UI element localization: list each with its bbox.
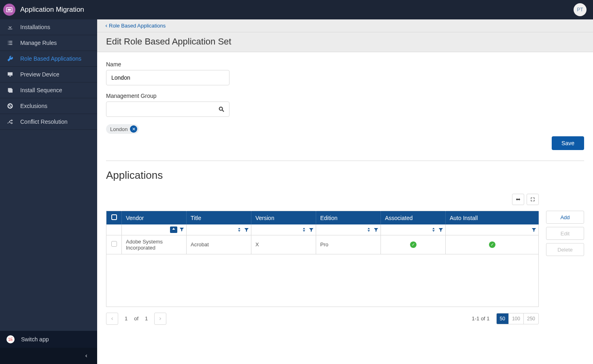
page-size-selector: 50 100 250 [496, 313, 539, 324]
column-vendor[interactable]: Vendor [122, 211, 187, 225]
table-toolbar [106, 194, 539, 205]
cell-title: Acrobat [187, 235, 251, 254]
fit-width-button[interactable] [512, 194, 524, 205]
table-filter-row [106, 224, 539, 235]
user-avatar[interactable]: PT [574, 3, 587, 16]
column-checkbox[interactable] [106, 211, 122, 225]
filter-edition[interactable] [316, 224, 381, 235]
pager: 1 of 1 1-1 of 1 50 100 250 [106, 313, 539, 325]
chip-row: London ✕ [106, 124, 584, 134]
filter-icon[interactable] [179, 226, 185, 233]
sidebar-item-label: Installations [20, 24, 50, 30]
filter-icon[interactable] [531, 227, 537, 233]
pager-prev[interactable] [106, 313, 118, 325]
filter-vendor[interactable] [122, 224, 187, 235]
cell-associated: ✓ [381, 235, 446, 254]
pager-summary: 1-1 of 1 [472, 315, 489, 322]
sidebar-item-label: Role Based Applications [20, 55, 81, 62]
wrench-icon [6, 55, 14, 62]
sidebar-item-label: Conflict Resolution [20, 119, 68, 125]
switch-app-label: Switch app [21, 336, 49, 343]
sort-asc-icon[interactable] [170, 226, 177, 233]
column-associated[interactable]: Associated [381, 211, 446, 225]
sidebar-item-manage-rules[interactable]: Manage Rules [0, 35, 97, 51]
sidebar-item-role-based-applications[interactable]: Role Based Applications [0, 51, 97, 67]
app-title: Application Migration [20, 6, 84, 14]
column-auto-install[interactable]: Auto Install [446, 211, 539, 225]
chevron-left-icon [84, 353, 88, 359]
edit-button[interactable]: Edit [546, 227, 584, 240]
table-side-actions: Add Edit Delete [546, 211, 584, 256]
chip-label: London [110, 126, 128, 132]
top-bar: Application Migration PT [0, 0, 593, 19]
page-size-50[interactable]: 50 [497, 313, 508, 324]
check-circle-icon: ✓ [489, 241, 495, 248]
sidebar-item-installations[interactable]: Installations [0, 19, 97, 35]
name-field: Name [106, 61, 584, 85]
add-button[interactable]: Add [546, 211, 584, 224]
sidebar-item-preview-device[interactable]: Preview Device [0, 67, 97, 83]
filter-icon[interactable] [244, 227, 249, 233]
divider [106, 161, 584, 161]
page-size-250[interactable]: 250 [523, 313, 538, 324]
expand-button[interactable] [527, 194, 539, 205]
expand-icon [530, 197, 535, 202]
sidebar-item-label: Manage Rules [20, 40, 57, 46]
table-row[interactable]: Adobe Systems Incorporated Acrobat X Pro… [106, 235, 539, 254]
sidebar-item-install-sequence[interactable]: Install Sequence [0, 83, 97, 98]
switch-app[interactable]: 1E Switch app [0, 331, 97, 348]
ban-icon [6, 103, 14, 109]
management-group-input[interactable] [111, 102, 215, 116]
applications-table: Vendor Title Version Edition Associated … [106, 211, 539, 254]
filter-version[interactable] [251, 224, 316, 235]
pager-of: of [134, 315, 138, 322]
sort-icon[interactable] [431, 227, 436, 233]
save-button[interactable]: Save [552, 136, 584, 150]
check-circle-icon: ✓ [410, 241, 417, 248]
breadcrumb: Role Based Applications [97, 19, 593, 32]
main-content: Role Based Applications Edit Role Based … [97, 19, 593, 364]
checkbox-icon [111, 214, 117, 220]
pager-next[interactable] [154, 313, 166, 325]
app-logo-icon [3, 4, 15, 16]
column-edition[interactable]: Edition [316, 211, 381, 225]
cell-edition: Pro [316, 235, 381, 254]
delete-button[interactable]: Delete [546, 243, 584, 256]
column-version[interactable]: Version [251, 211, 316, 225]
sidebar-nav: Installations Manage Rules Role Based Ap… [0, 19, 97, 331]
management-group-field: Management Group [106, 93, 584, 117]
pager-total: 1 [142, 315, 150, 322]
management-group-input-wrapper [106, 102, 230, 117]
sidebar-collapse[interactable] [0, 348, 97, 364]
sidebar-item-label: Preview Device [20, 71, 59, 78]
sort-icon[interactable] [366, 227, 372, 233]
cell-vendor: Adobe Systems Incorporated [122, 235, 187, 254]
filter-icon[interactable] [438, 227, 444, 233]
pager-current: 1 [122, 315, 130, 322]
sidebar-item-exclusions[interactable]: Exclusions [0, 98, 97, 114]
filter-associated[interactable] [381, 224, 446, 235]
management-group-chip: London ✕ [106, 124, 139, 134]
monitor-icon [6, 71, 14, 78]
cell-version: X [251, 235, 316, 254]
filter-icon[interactable] [373, 227, 379, 233]
filter-auto-install[interactable] [446, 224, 539, 235]
sort-icon[interactable] [236, 227, 242, 233]
breadcrumb-parent[interactable]: Role Based Applications [104, 23, 166, 29]
breadcrumb-parent-label: Role Based Applications [109, 23, 166, 29]
name-input[interactable] [106, 70, 230, 85]
row-checkbox[interactable] [106, 235, 122, 254]
applications-title: Applications [106, 169, 584, 182]
search-icon[interactable] [215, 106, 227, 112]
filter-title[interactable] [187, 224, 251, 235]
stack-icon [6, 87, 14, 93]
management-group-label: Management Group [106, 93, 584, 99]
chip-remove-icon[interactable]: ✕ [130, 125, 137, 133]
sidebar-item-conflict-resolution[interactable]: Conflict Resolution [0, 114, 97, 130]
page-size-100[interactable]: 100 [508, 313, 523, 324]
filter-icon[interactable] [308, 227, 314, 233]
switch-app-icon: 1E [6, 335, 15, 343]
list-icon [6, 40, 14, 46]
column-title[interactable]: Title [187, 211, 251, 225]
sort-icon[interactable] [301, 227, 307, 233]
